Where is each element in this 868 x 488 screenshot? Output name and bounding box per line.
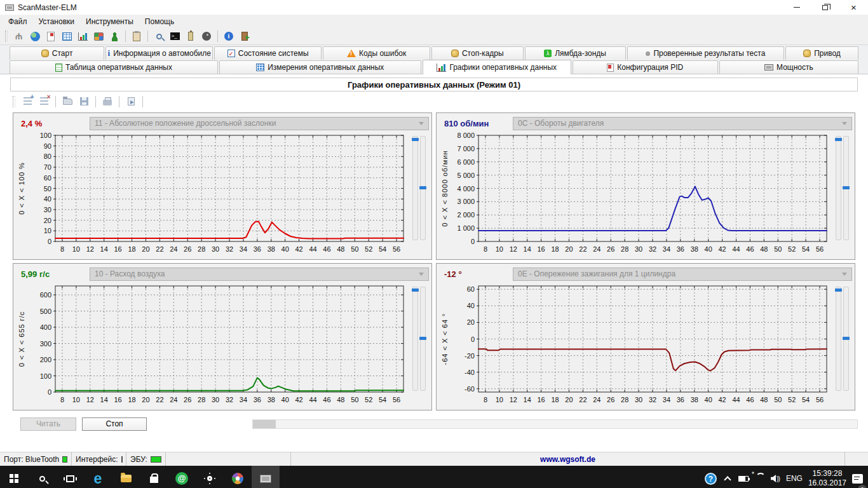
report-button[interactable] <box>44 29 58 43</box>
scale-slider-upper[interactable] <box>412 287 418 391</box>
toolbar-separator <box>217 30 218 42</box>
print-button[interactable] <box>100 95 114 109</box>
connect-button[interactable]: Ψ <box>12 29 26 43</box>
tab-live-data-graphs[interactable]: Графики оперативных данных <box>423 60 571 74</box>
tray-expand-button[interactable] <box>722 466 733 488</box>
minimize-button[interactable] <box>782 0 811 15</box>
website-link[interactable]: www.wgsoft.de <box>540 455 595 464</box>
svg-text:44: 44 <box>309 396 316 403</box>
terminal-button[interactable]: >_ <box>168 29 182 43</box>
tab-live-data-table[interactable]: Таблица оперативных данных <box>10 60 218 74</box>
clock[interactable]: 15:39:28 16.03.2017 <box>808 466 846 488</box>
tab-vehicle-info[interactable]: iИнформация о автомобиле <box>105 46 213 60</box>
svg-text:0 < X < 8000 об/мин: 0 < X < 8000 об/мин <box>441 150 449 226</box>
taskbar-search-button[interactable] <box>28 466 56 488</box>
wifi-tray-button[interactable] <box>754 466 764 488</box>
pid-select[interactable]: 11 - Абсолютное положение дроссельной за… <box>90 117 429 130</box>
svg-text:38: 38 <box>268 396 275 403</box>
slider-thumb[interactable] <box>843 186 850 189</box>
help-tray-button[interactable] <box>705 466 717 488</box>
scale-slider-upper[interactable] <box>836 287 841 391</box>
scale-slider-upper[interactable] <box>412 136 418 240</box>
file-explorer-button[interactable] <box>112 466 140 488</box>
tab-start[interactable]: Старт <box>10 46 104 60</box>
menu-tools[interactable]: Инструменты <box>80 16 139 27</box>
save-button[interactable] <box>77 95 91 109</box>
chart-view-button[interactable] <box>76 29 90 43</box>
pid-select[interactable]: 0C - Обороты двигателя <box>513 117 852 130</box>
slider-thumb[interactable] <box>412 138 419 141</box>
rpm-chart: 8101214161820222426283032343638404244464… <box>439 132 833 258</box>
clipboard-button[interactable] <box>130 29 144 43</box>
slider-thumb[interactable] <box>835 288 842 292</box>
task-view-button[interactable] <box>56 466 84 488</box>
svg-text:3 000: 3 000 <box>457 198 475 205</box>
volume-tray-button[interactable] <box>770 466 780 488</box>
stop-button[interactable]: Стоп <box>82 417 147 431</box>
action-center-button[interactable]: 2 <box>852 466 863 488</box>
menu-file[interactable]: Файл <box>3 16 33 27</box>
remove-graph-button[interactable] <box>37 95 51 109</box>
tab-system-status[interactable]: ✓Состояние системы <box>214 46 322 60</box>
settings-button[interactable] <box>196 466 224 488</box>
pid-select[interactable]: 0E - Опережение зажигания для 1 цилиндра <box>513 268 852 281</box>
slider-thumb[interactable] <box>412 288 419 292</box>
mail-app-button[interactable] <box>168 466 196 488</box>
horizontal-scrollbar[interactable] <box>252 419 858 429</box>
scale-slider-lower[interactable] <box>420 136 426 240</box>
tab-live-data-measure[interactable]: Измерения оперативных данных <box>219 60 421 74</box>
read-button[interactable]: Читать <box>20 417 76 431</box>
ignition-chart: 8101214161820222426283032343638404244464… <box>439 283 833 409</box>
scanmaster-taskbar-button[interactable] <box>252 466 280 488</box>
slider-thumb[interactable] <box>419 337 426 340</box>
scale-slider-lower[interactable] <box>843 287 849 391</box>
slider-thumb[interactable] <box>835 138 842 141</box>
menu-help[interactable]: Помощь <box>139 16 180 27</box>
svg-text:48: 48 <box>337 396 344 403</box>
scrollbar-thumb[interactable] <box>253 420 276 428</box>
globe-button[interactable] <box>28 29 42 43</box>
chart-panel-rpm: 810 об/мин 0C - Обороты двигателя 810121… <box>436 112 855 260</box>
search-icon <box>39 476 45 482</box>
measurements-icon <box>256 64 264 71</box>
svg-text:16: 16 <box>538 396 545 403</box>
scale-slider-upper[interactable] <box>836 136 841 240</box>
search-button[interactable] <box>152 29 166 43</box>
image-button[interactable] <box>92 29 105 43</box>
scale-slider-lower[interactable] <box>420 287 426 391</box>
exit-button[interactable] <box>238 29 252 43</box>
tab-row-live-data: Таблица оперативных данных Измерения опе… <box>0 60 868 74</box>
tab-lambda-sensors[interactable]: Лямбда-зонды <box>525 46 626 60</box>
scale-slider-lower[interactable] <box>843 136 849 240</box>
pid-select[interactable]: 10 - Расход воздуха <box>90 268 429 281</box>
user-button[interactable] <box>107 29 121 43</box>
slider-thumb[interactable] <box>419 186 426 189</box>
menubar: Файл Установки Инструменты Помощь <box>0 15 868 28</box>
tab-test-results[interactable]: Проверенные результаты теста <box>627 46 784 60</box>
table-view-button[interactable] <box>60 29 74 43</box>
battery-button[interactable] <box>184 29 198 43</box>
gauge-button[interactable] <box>200 29 214 43</box>
toolbar-separator <box>142 96 143 107</box>
menu-settings[interactable]: Установки <box>33 16 80 27</box>
start-button[interactable] <box>0 466 28 488</box>
svg-text:26: 26 <box>607 396 614 403</box>
tab-freeze-frames[interactable]: Стоп-кадры <box>431 46 523 60</box>
info-button[interactable]: i <box>222 29 236 43</box>
store-button[interactable] <box>140 466 168 488</box>
open-button[interactable] <box>60 95 74 109</box>
battery-tray-button[interactable] <box>738 466 749 488</box>
tab-pid-config[interactable]: Конфигурация PID <box>573 60 718 74</box>
add-graph-button[interactable] <box>20 95 34 109</box>
tab-error-codes[interactable]: Коды ошибок <box>323 46 430 60</box>
slider-thumb[interactable] <box>843 337 850 340</box>
edge-button[interactable] <box>84 466 112 488</box>
maximize-button[interactable] <box>811 0 839 15</box>
language-indicator[interactable]: ENG <box>786 466 803 488</box>
export-button[interactable] <box>124 95 138 109</box>
svg-text:12: 12 <box>86 396 94 403</box>
close-button[interactable]: × <box>839 0 868 15</box>
tab-actuator[interactable]: Привод <box>785 46 858 60</box>
paint-button[interactable] <box>224 466 252 488</box>
tab-power[interactable]: Мощность <box>719 60 858 74</box>
